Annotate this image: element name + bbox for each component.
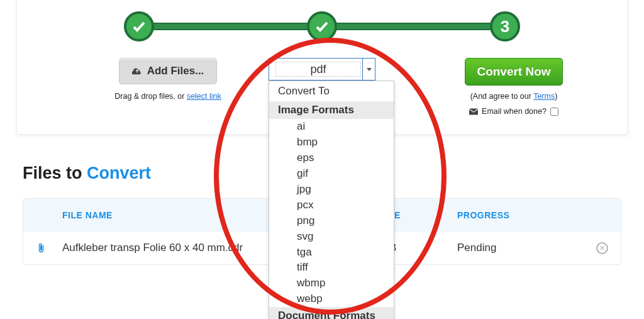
format-option-gif[interactable]: gif — [269, 166, 394, 182]
file-progress: Pending — [457, 242, 583, 254]
drag-hint: Drag & drop files, or select link — [92, 92, 243, 101]
step-3-circle: 3 — [490, 11, 520, 42]
step-2-done-icon — [307, 11, 337, 42]
format-option-jpg[interactable]: jpg — [269, 182, 394, 198]
agree-suffix: ) — [555, 92, 557, 101]
svg-rect-0 — [469, 108, 478, 115]
format-dropdown: Convert To Image Formats aibmpepsgifjpgp… — [269, 81, 394, 319]
format-option-tiff[interactable]: tiff — [269, 260, 394, 276]
format-option-bmp[interactable]: bmp — [269, 135, 394, 150]
add-files-button[interactable]: Add Files... — [119, 58, 218, 84]
dropdown-group-document: Document Formats — [269, 307, 394, 319]
mail-icon — [469, 108, 478, 115]
format-option-eps[interactable]: eps — [269, 150, 394, 166]
format-option-pcx[interactable]: pcx — [269, 198, 394, 213]
chevron-down-icon — [362, 59, 375, 80]
col-progress: PROGRESS — [457, 210, 583, 220]
format-option-svg[interactable]: svg — [269, 229, 394, 245]
step-3-label: 3 — [501, 17, 509, 36]
format-column: pdf — [253, 58, 391, 83]
attachment-icon — [23, 242, 58, 254]
terms-link[interactable]: Terms — [533, 92, 555, 101]
add-files-column: Add Files... Drag & drop files, or selec… — [92, 58, 243, 101]
agree-text: (And agree to our Terms) — [451, 92, 577, 101]
format-option-tga[interactable]: tga — [269, 245, 394, 260]
format-select-value: pdf — [275, 62, 361, 77]
add-files-label: Add Files... — [147, 65, 204, 77]
drag-hint-prefix: Drag & drop files, or — [114, 92, 187, 101]
select-link[interactable]: select link — [187, 92, 221, 101]
format-option-ai[interactable]: ai — [269, 119, 394, 135]
agree-prefix: (And agree to our — [470, 92, 534, 101]
step-1-done-icon — [124, 11, 154, 42]
convert-column: Convert Now (And agree to our Terms) Ema… — [451, 58, 577, 116]
convert-now-button[interactable]: Convert Now — [465, 58, 562, 86]
progress-steps: 3 — [124, 11, 520, 42]
format-select[interactable]: pdf — [269, 58, 375, 81]
upload-cloud-icon — [132, 67, 142, 76]
email-checkbox[interactable] — [550, 108, 558, 116]
format-option-png[interactable]: png — [269, 213, 394, 229]
dropdown-group-image: Image Formats — [269, 101, 394, 119]
email-label: Email when done? — [482, 107, 547, 116]
format-option-webp[interactable]: webp — [269, 291, 394, 307]
email-row: Email when done? — [451, 107, 577, 116]
files-heading-prefix: Files to — [23, 164, 87, 182]
files-heading-accent: Convert — [87, 164, 151, 182]
dropdown-convert-to-label: Convert To — [269, 81, 394, 101]
format-option-wbmp[interactable]: wbmp — [269, 276, 394, 291]
remove-file-button[interactable]: ✕ — [596, 242, 608, 254]
